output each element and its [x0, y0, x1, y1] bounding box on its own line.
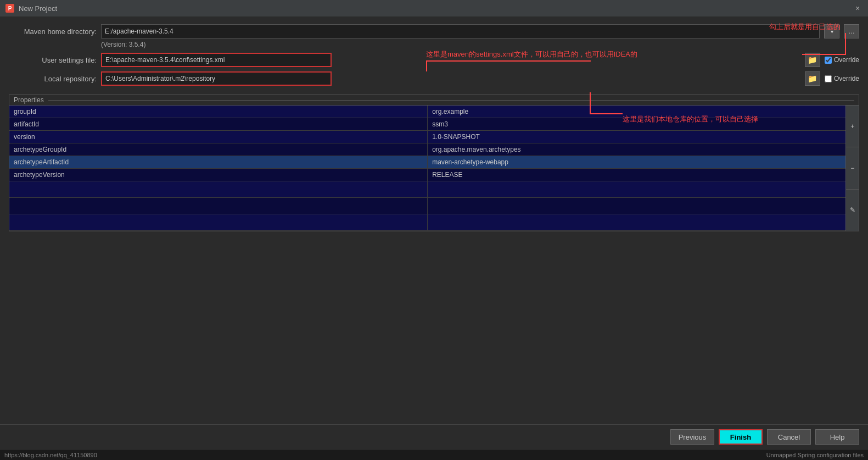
properties-remove-button[interactable]: −: [846, 147, 859, 189]
close-button[interactable]: ×: [853, 3, 863, 13]
status-text: Unmapped Spring configuration files: [766, 452, 864, 458]
local-repo-row: Local repository: 📁 Override: [9, 71, 859, 86]
table-row[interactable]: version 1.0-SNAPSHOT: [9, 131, 845, 143]
prop-key-archetypegroupid: archetypeGroupId: [9, 143, 428, 156]
properties-side-buttons: + − ✎: [845, 106, 859, 231]
table-row-empty: [9, 214, 845, 231]
user-settings-row: User settings file: 📁 Override: [9, 53, 859, 67]
table-row-selected[interactable]: archetypeArtifactId maven-archetype-weba…: [9, 156, 845, 169]
app-icon: P: [5, 4, 14, 13]
prop-val-artifactid: ssm3: [428, 118, 846, 131]
table-row-empty: [9, 198, 845, 214]
dialog-title: New Project: [19, 4, 853, 13]
local-repo-input[interactable]: [101, 71, 332, 86]
table-row[interactable]: artifactId ssm3: [9, 118, 845, 131]
user-settings-browse[interactable]: 📁: [805, 53, 820, 67]
maven-home-input[interactable]: [101, 24, 820, 38]
user-settings-input[interactable]: [101, 53, 332, 67]
prop-val-groupid: org.example: [428, 106, 846, 118]
properties-table: groupId org.example artifactId ssm3 vers…: [9, 106, 845, 231]
url-text: https://blog.csdn.net/qq_41150890: [4, 452, 97, 458]
user-settings-label: User settings file:: [9, 56, 97, 64]
prop-val-archetypeversion: RELEASE: [428, 169, 846, 181]
local-repo-override-label: Override: [834, 75, 859, 82]
url-bar: https://blog.csdn.net/qq_41150890 Unmapp…: [0, 449, 868, 460]
local-repo-browse[interactable]: 📁: [805, 71, 820, 86]
prop-key-groupid: groupId: [9, 106, 428, 118]
properties-section: Properties groupId org.example artifactI…: [9, 95, 859, 231]
local-repo-override-checkbox[interactable]: [825, 75, 832, 82]
prop-val-archetypeartifactid: maven-archetype-webapp: [428, 156, 846, 169]
local-repo-override[interactable]: Override: [825, 75, 859, 82]
local-repo-label: Local repository:: [9, 75, 97, 83]
maven-home-browse[interactable]: …: [844, 24, 859, 38]
content-area: 勾上后就是用自己选的 Maven home directory: ▾ … (Ve…: [0, 16, 868, 424]
table-row[interactable]: archetypeGroupId org.apache.maven.archet…: [9, 143, 845, 156]
properties-label: Properties: [9, 96, 48, 104]
properties-body: groupId org.example artifactId ssm3 vers…: [9, 106, 859, 231]
footer: Previous Finish Cancel Help: [0, 424, 868, 449]
prop-val-archetypegroupid: org.apache.maven.archetypes: [428, 143, 846, 156]
finish-button[interactable]: Finish: [719, 429, 763, 445]
maven-home-dropdown[interactable]: ▾: [824, 24, 839, 38]
prop-key-archetypeartifactid: archetypeArtifactId: [9, 156, 428, 169]
user-settings-override-checkbox[interactable]: [825, 57, 832, 64]
user-settings-override-label: Override: [834, 56, 859, 64]
user-settings-override[interactable]: Override: [825, 56, 859, 64]
prop-key-artifactid: artifactId: [9, 118, 428, 131]
maven-home-row: Maven home directory: ▾ …: [9, 24, 859, 38]
table-row[interactable]: groupId org.example: [9, 106, 845, 118]
properties-edit-button[interactable]: ✎: [846, 190, 859, 231]
properties-add-button[interactable]: +: [846, 106, 859, 147]
new-project-dialog: P New Project × 勾上后就是用自己选的 Maven home di…: [0, 0, 868, 460]
prop-key-version: version: [9, 131, 428, 143]
table-row[interactable]: archetypeVersion RELEASE: [9, 169, 845, 181]
help-button[interactable]: Help: [815, 429, 859, 445]
previous-button[interactable]: Previous: [670, 429, 714, 445]
cancel-button[interactable]: Cancel: [767, 429, 811, 445]
table-row-empty: [9, 181, 845, 198]
title-bar: P New Project ×: [0, 0, 868, 16]
properties-header: Properties: [9, 95, 859, 106]
maven-version: (Version: 3.5.4): [101, 41, 859, 48]
prop-val-version: 1.0-SNAPSHOT: [428, 131, 846, 143]
maven-home-label: Maven home directory:: [9, 27, 97, 36]
prop-key-archetypeversion: archetypeVersion: [9, 169, 428, 181]
